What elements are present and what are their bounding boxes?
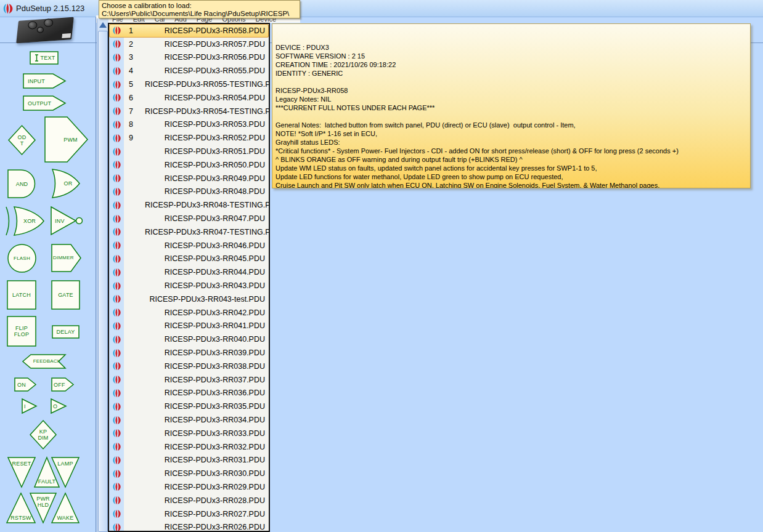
tool-or[interactable]: OR: [51, 169, 80, 198]
list-item[interactable]: RICESP-PDUx3-RR026.PDU: [109, 520, 269, 532]
tool-and[interactable]: AND: [7, 169, 36, 198]
file-name: RICESP-PDUx3-RR032.PDU: [145, 443, 269, 451]
list-item[interactable]: 5 RICESP-PDUx3-RR055-TESTING.PDU: [109, 78, 269, 91]
tool-xor[interactable]: XOR: [5, 206, 44, 236]
list-item[interactable]: RICESP-PDUx3-RR047.PDU: [109, 212, 269, 225]
file-name: RICESP-PDUx3-RR026.PDU: [145, 523, 269, 531]
tool-input[interactable]: INPUT: [23, 73, 66, 89]
list-item[interactable]: RICESP-PDUx3-RR046.PDU: [109, 239, 269, 252]
list-item[interactable]: RICESP-PDUx3-RR049.PDU: [109, 172, 269, 185]
tool-flipflop[interactable]: FLIPFLOP: [7, 316, 36, 347]
list-item[interactable]: RICESP-PDUx3-RR035.PDU: [109, 400, 269, 413]
tool-flash-label: FLASH: [14, 256, 30, 262]
tool-i[interactable]: I: [22, 398, 37, 414]
file-name: RICESP-PDUx3-RR050.PDU: [145, 161, 269, 169]
scrollbar-thumb[interactable]: [98, 31, 108, 532]
list-item[interactable]: 8 RICESP-PDUx3-RR053.PDU: [109, 118, 269, 132]
list-item[interactable]: RICESP-PDUx3-RR048.PDU: [109, 185, 269, 199]
list-item[interactable]: RICESP-PDUx3-RR043.PDU: [109, 279, 269, 292]
list-item[interactable]: RICESP-PDUx3-RR028.PDU: [109, 494, 269, 507]
info-tooltip-line: General Notes: latched button from switc…: [275, 121, 747, 129]
file-name: RICESP-PDUx3-RR054.PDU: [145, 94, 269, 102]
tool-inv[interactable]: INV: [51, 206, 84, 235]
file-name: RICESP-PDUx3-RR035.PDU: [145, 402, 269, 411]
tool-inv-label: INV: [55, 218, 65, 224]
tool-feedback[interactable]: FEEDBACK: [22, 354, 67, 369]
file-list-rows: 1 RICESP-PDUx3-RR058.PDU 2 RICESP-PDUx3-…: [109, 24, 269, 531]
list-item[interactable]: 6 RICESP-PDUx3-RR054.PDU: [109, 91, 269, 105]
tool-o-label: O: [53, 403, 57, 409]
list-item[interactable]: RICESP-PDUx3-RR043-test.PDU: [109, 292, 269, 306]
tool-delay[interactable]: DELAY: [52, 325, 80, 339]
life-racing-logo-icon: [109, 107, 124, 116]
life-racing-logo-icon: [109, 227, 124, 236]
list-item[interactable]: 2 RICESP-PDUx3-RR057.PDU: [109, 38, 269, 51]
info-tooltip-line: Update WM LED status on faults, updated …: [275, 164, 747, 172]
tool-kpdim-label-1: KP: [38, 429, 48, 435]
tool-text[interactable]: TEXT: [30, 51, 59, 65]
list-item[interactable]: 4 RICESP-PDUx3-RR055.PDU: [109, 64, 269, 78]
list-item[interactable]: RICESP-PDUx3-RR051.PDU: [109, 145, 269, 158]
list-item[interactable]: RICESP-PDUx3-RR039.PDU: [109, 346, 269, 360]
file-name: RICESP-PDUx3-RR033.PDU: [145, 429, 269, 438]
window-title: PduSetup 2.15.123: [16, 4, 84, 13]
list-item[interactable]: RICESP-PDUx3-RR031.PDU: [109, 454, 269, 467]
tool-gate[interactable]: GATE: [51, 280, 80, 310]
tool-odt-label-2: T: [18, 140, 27, 147]
list-item[interactable]: RICESP-PDUx3-RR041.PDU: [109, 320, 269, 333]
scroll-up-button[interactable]: [97, 20, 108, 30]
info-tooltip-line: [275, 112, 747, 121]
tool-o[interactable]: O: [51, 398, 67, 414]
info-tooltip-line: SOFTWARE VERSION : 2 15: [275, 52, 747, 60]
list-item[interactable]: RICESP-PDUx3-RR044.PDU: [109, 265, 269, 279]
tool-odt[interactable]: ODT: [8, 125, 36, 155]
file-name: RICESP-PDUx3-RR048-TESTING.PDU: [145, 201, 270, 209]
list-item[interactable]: RICESP-PDUx3-RR036.PDU: [109, 387, 269, 400]
tool-lamp[interactable]: LAMP: [51, 457, 80, 488]
tool-dimmer[interactable]: DIMMER: [51, 244, 81, 272]
tool-wake[interactable]: WAKE: [51, 493, 80, 523]
list-item[interactable]: RICESP-PDUx3-RR033.PDU: [109, 427, 269, 440]
life-racing-logo-icon: [109, 335, 124, 344]
list-item[interactable]: RICESP-PDUx3-RR047-TESTING.PDU: [109, 225, 269, 239]
list-item[interactable]: 7 RICESP-PDUx3-RR054-TESTING.PDU: [109, 105, 269, 118]
tool-flipflop-label-1: FLIP: [14, 325, 29, 331]
list-item[interactable]: 3 RICESP-PDUx3-RR056.PDU: [109, 51, 269, 65]
tool-wake-label: WAKE: [57, 515, 74, 521]
list-item[interactable]: RICESP-PDUx3-RR050.PDU: [109, 158, 269, 172]
file-name: RICESP-PDUx3-RR047-TESTING.PDU: [145, 228, 270, 236]
tool-pwm[interactable]: PWM: [44, 116, 88, 163]
file-name: RICESP-PDUx3-RR029.PDU: [145, 483, 269, 491]
file-name: RICESP-PDUx3-RR051.PDU: [145, 147, 269, 156]
info-tooltip-line: IDENTITY : GENERIC: [275, 69, 747, 78]
file-name: RICESP-PDUx3-RR040.PDU: [145, 335, 269, 344]
tool-reset[interactable]: RESET: [7, 457, 36, 488]
list-item[interactable]: 1 RICESP-PDUx3-RR058.PDU: [109, 24, 269, 38]
list-item[interactable]: RICESP-PDUx3-RR042.PDU: [109, 306, 269, 320]
list-item[interactable]: RICESP-PDUx3-RR034.PDU: [109, 413, 269, 427]
tool-on[interactable]: ON: [14, 377, 36, 392]
life-racing-logo-icon: [109, 375, 124, 384]
info-tooltip-line: RICESP-PDUx3-RR058: [275, 86, 747, 95]
tool-flash[interactable]: FLASH: [7, 244, 36, 273]
tool-off[interactable]: OFF: [51, 377, 74, 392]
list-item[interactable]: RICESP-PDUx3-RR032.PDU: [109, 440, 269, 454]
tool-latch[interactable]: LATCH: [7, 280, 36, 310]
info-tooltip-line: Cruise Launch and Pit SW only latch when…: [275, 181, 747, 188]
list-item[interactable]: RICESP-PDUx3-RR030.PDU: [109, 467, 269, 480]
list-item[interactable]: RICESP-PDUx3-RR040.PDU: [109, 332, 269, 346]
file-name: RICESP-PDUx3-RR042.PDU: [145, 308, 269, 317]
list-item[interactable]: 9 RICESP-PDUx3-RR052.PDU: [109, 131, 269, 145]
file-name: RICESP-PDUx3-RR031.PDU: [145, 456, 269, 464]
file-number: 8: [124, 120, 145, 129]
list-item[interactable]: RICESP-PDUx3-RR027.PDU: [109, 507, 269, 521]
list-item[interactable]: RICESP-PDUx3-RR045.PDU: [109, 252, 269, 266]
list-item[interactable]: RICESP-PDUx3-RR029.PDU: [109, 480, 269, 494]
tool-output[interactable]: OUTPUT: [23, 95, 66, 111]
list-item[interactable]: RICESP-PDUx3-RR037.PDU: [109, 373, 269, 387]
calibration-file-list: 1 RICESP-PDUx3-RR058.PDU 2 RICESP-PDUx3-…: [108, 23, 270, 532]
list-item[interactable]: RICESP-PDUx3-RR048-TESTING.PDU: [109, 198, 269, 212]
tool-kpdim[interactable]: KPDIM: [30, 420, 57, 449]
list-item[interactable]: RICESP-PDUx3-RR038.PDU: [109, 360, 269, 373]
vertical-scrollbar[interactable]: [97, 18, 108, 532]
